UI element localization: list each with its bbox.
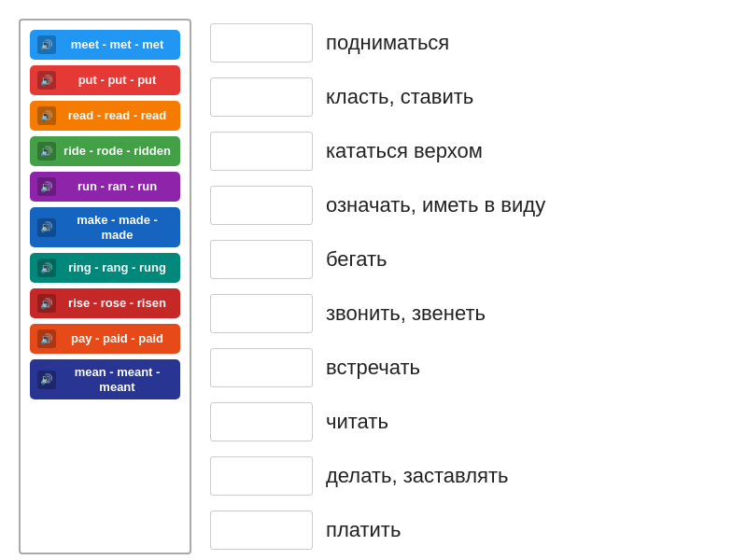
answer-row: звонить, звенеть [210, 289, 728, 338]
translation-rise: читать [326, 410, 388, 434]
answer-input-pay[interactable] [210, 456, 313, 496]
verb-btn-ring[interactable]: 🔊ring - rang - rung [30, 253, 180, 283]
translation-pay: делать, заставлять [326, 464, 509, 488]
verb-label-meet: meet - met - met [62, 37, 173, 52]
verb-label-rise: rise - rose - risen [62, 296, 173, 311]
answer-row: платить [210, 506, 728, 554]
translation-put: класть, ставить [326, 85, 473, 109]
answer-input-read[interactable] [210, 132, 313, 171]
main-container: 🔊meet - met - met🔊put - put - put🔊read -… [19, 19, 728, 554]
verb-label-make: make - made - made [62, 213, 173, 242]
translation-run: бегать [326, 247, 387, 272]
speaker-icon[interactable]: 🔊 [37, 71, 56, 90]
answer-row: читать [210, 398, 728, 446]
verb-label-put: put - put - put [62, 73, 173, 88]
speaker-icon[interactable]: 🔊 [37, 294, 56, 313]
speaker-icon[interactable]: 🔊 [37, 218, 56, 237]
verb-btn-meet[interactable]: 🔊meet - met - met [30, 30, 180, 60]
answer-row: класть, ставить [210, 73, 728, 121]
translation-ring: встречать [326, 356, 420, 380]
answer-input-ride[interactable] [210, 186, 313, 225]
translation-mean: платить [326, 518, 401, 542]
answer-input-make[interactable] [210, 294, 313, 333]
answer-row: подниматься [210, 19, 728, 67]
translation-ride: означать, иметь в виду [326, 193, 545, 217]
verb-label-ride: ride - rode - ridden [62, 144, 173, 159]
verb-btn-put[interactable]: 🔊put - put - put [30, 65, 180, 95]
answer-row: делать, заставлять [210, 452, 728, 500]
answer-input-ring[interactable] [210, 348, 313, 387]
speaker-icon[interactable]: 🔊 [37, 35, 56, 54]
answer-row: кататься верхом [210, 127, 728, 175]
speaker-icon[interactable]: 🔊 [37, 329, 56, 348]
translation-read: кататься верхом [326, 139, 483, 163]
verb-label-pay: pay - paid - paid [62, 331, 173, 346]
answer-input-rise[interactable] [210, 402, 313, 441]
verb-btn-ride[interactable]: 🔊ride - rode - ridden [30, 136, 180, 166]
verb-label-mean: mean - meant - meant [62, 365, 173, 394]
speaker-icon[interactable]: 🔊 [37, 142, 56, 161]
answer-list: подниматьсякласть, ставитькататься верхо… [210, 19, 728, 554]
answer-input-put[interactable] [210, 77, 313, 117]
verb-label-read: read - read - read [62, 108, 173, 123]
verb-btn-make[interactable]: 🔊make - made - made [30, 207, 180, 247]
answer-input-meet[interactable] [210, 23, 313, 63]
answer-row: бегать [210, 235, 728, 284]
translation-make: звонить, звенеть [326, 301, 486, 326]
answer-input-mean[interactable] [210, 511, 313, 550]
verb-btn-run[interactable]: 🔊run - ran - run [30, 172, 180, 202]
speaker-icon[interactable]: 🔊 [37, 106, 56, 125]
translation-meet: подниматься [326, 31, 449, 55]
verb-btn-read[interactable]: 🔊read - read - read [30, 101, 180, 131]
verb-btn-mean[interactable]: 🔊mean - meant - meant [30, 359, 180, 399]
speaker-icon[interactable]: 🔊 [37, 177, 56, 196]
verb-btn-rise[interactable]: 🔊rise - rose - risen [30, 288, 180, 318]
answer-row: встречать [210, 343, 728, 392]
verb-label-ring: ring - rang - rung [62, 260, 173, 275]
answer-row: означать, иметь в виду [210, 181, 728, 230]
verb-btn-pay[interactable]: 🔊pay - paid - paid [30, 324, 180, 354]
speaker-icon[interactable]: 🔊 [37, 371, 56, 389]
answer-input-run[interactable] [210, 240, 313, 279]
speaker-icon[interactable]: 🔊 [37, 259, 56, 277]
verb-list: 🔊meet - met - met🔊put - put - put🔊read -… [19, 19, 191, 554]
verb-label-run: run - ran - run [62, 179, 173, 194]
